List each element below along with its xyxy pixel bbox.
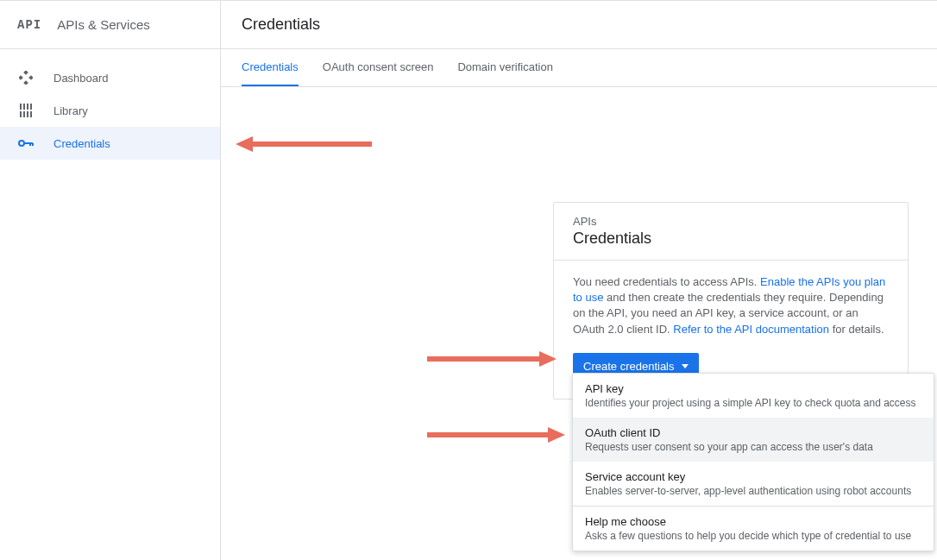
tab-label: Domain verification xyxy=(457,60,553,73)
tab-label: Credentials xyxy=(242,60,299,73)
menu-item-help-me-choose[interactable]: Help me choose Asks a few questions to h… xyxy=(573,507,934,551)
svg-rect-4 xyxy=(20,104,22,110)
svg-rect-3 xyxy=(23,80,28,85)
svg-rect-6 xyxy=(27,104,28,110)
sidebar-item-credentials[interactable]: Credentials xyxy=(0,127,220,160)
svg-rect-2 xyxy=(28,75,33,80)
svg-rect-10 xyxy=(27,111,28,117)
sidebar: API APIs & Services Dashboard Library xyxy=(0,1,221,560)
create-credentials-menu: API key Identifies your project using a … xyxy=(572,373,934,551)
api-logo: API xyxy=(17,18,41,32)
svg-rect-0 xyxy=(23,71,28,75)
tab-label: OAuth consent screen xyxy=(323,60,434,73)
credentials-card: APIs Credentials You need credentials to… xyxy=(553,202,909,400)
menu-item-title: API key xyxy=(585,382,921,395)
card-title: Credentials xyxy=(573,230,889,248)
sidebar-section-title: APIs & Services xyxy=(57,17,150,32)
svg-rect-7 xyxy=(30,104,32,110)
nav-label: Credentials xyxy=(53,137,110,150)
menu-item-oauth-client-id[interactable]: OAuth client ID Requests user consent so… xyxy=(573,418,934,462)
dashboard-icon xyxy=(17,71,35,85)
nav-label: Library xyxy=(53,104,88,117)
menu-item-title: Service account key xyxy=(585,470,921,483)
card-header: APIs Credentials xyxy=(554,203,908,261)
tab-oauth-consent[interactable]: OAuth consent screen xyxy=(323,49,434,86)
menu-item-subtitle: Asks a few questions to help you decide … xyxy=(585,530,921,542)
button-label: Create credentials xyxy=(583,360,675,373)
menu-item-api-key[interactable]: API key Identifies your project using a … xyxy=(573,374,934,418)
nav-label: Dashboard xyxy=(53,72,109,85)
card-text: You need credentials to access APIs. xyxy=(573,275,760,288)
sidebar-nav: Dashboard Library Credentials xyxy=(0,49,220,160)
tab-domain-verification[interactable]: Domain verification xyxy=(457,49,553,86)
main-header: Credentials xyxy=(221,1,937,49)
sidebar-item-dashboard[interactable]: Dashboard xyxy=(0,61,220,94)
svg-rect-11 xyxy=(30,111,32,117)
menu-item-title: Help me choose xyxy=(585,515,921,528)
sidebar-item-library[interactable]: Library xyxy=(0,94,220,127)
library-icon xyxy=(17,104,35,117)
tab-credentials[interactable]: Credentials xyxy=(242,49,299,86)
svg-rect-1 xyxy=(19,75,23,80)
menu-item-subtitle: Enables server-to-server, app-level auth… xyxy=(585,485,921,497)
menu-item-service-account-key[interactable]: Service account key Enables server-to-se… xyxy=(573,462,934,506)
chevron-down-icon xyxy=(682,364,689,368)
svg-point-12 xyxy=(19,141,24,146)
key-icon xyxy=(17,139,35,148)
api-docs-link[interactable]: Refer to the API documentation xyxy=(673,323,829,336)
sidebar-header: API APIs & Services xyxy=(0,1,220,49)
page-title: Credentials xyxy=(242,16,320,34)
menu-item-title: OAuth client ID xyxy=(585,426,921,439)
card-text: for details. xyxy=(829,323,884,336)
menu-item-subtitle: Requests user consent so your app can ac… xyxy=(585,441,921,453)
tabs: Credentials OAuth consent screen Domain … xyxy=(221,49,937,87)
menu-item-subtitle: Identifies your project using a simple A… xyxy=(585,397,921,409)
card-eyebrow: APIs xyxy=(573,215,889,228)
svg-rect-8 xyxy=(20,111,22,117)
svg-rect-9 xyxy=(23,111,25,117)
svg-rect-5 xyxy=(23,104,25,110)
